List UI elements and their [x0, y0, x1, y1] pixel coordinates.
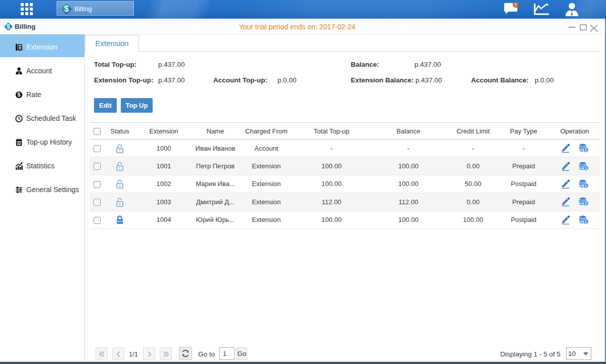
svg-text:$: $: [585, 184, 587, 189]
svg-text:$: $: [585, 219, 587, 224]
svg-text:$: $: [18, 92, 21, 98]
svg-text:$: $: [64, 5, 69, 13]
svg-text:$: $: [585, 165, 587, 170]
svg-text:$: $: [585, 201, 587, 206]
svg-text:!: !: [515, 3, 517, 7]
svg-text:$: $: [585, 148, 587, 153]
